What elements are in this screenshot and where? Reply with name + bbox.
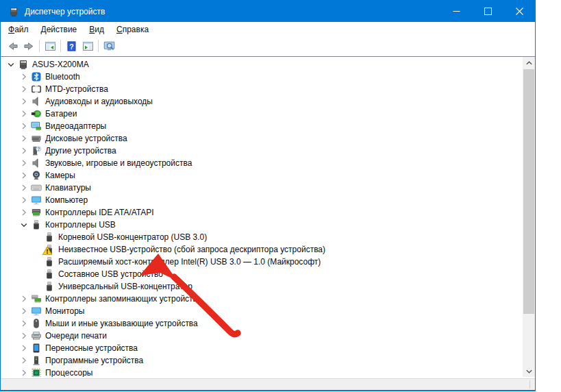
- toolbar-separator: [39, 40, 40, 52]
- tree-item[interactable]: Универсальный USB-концентратор: [1, 280, 523, 293]
- chevron-collapsed-icon[interactable]: [18, 133, 29, 144]
- menu-file[interactable]: Файл: [2, 23, 35, 36]
- chevron-collapsed-icon[interactable]: [18, 108, 29, 119]
- toolbar-button-scan-hardware[interactable]: [101, 38, 117, 53]
- svg-text:?: ?: [37, 147, 40, 151]
- toolbar-button-back[interactable]: [4, 38, 21, 53]
- menu-action[interactable]: Действие: [35, 23, 84, 36]
- tree-item[interactable]: Компьютер: [1, 194, 523, 206]
- tree-item[interactable]: ASUS-X200MA: [1, 58, 523, 71]
- tree-item[interactable]: Очереди печати: [1, 330, 523, 342]
- tree-item[interactable]: Bluetooth: [1, 71, 523, 83]
- tree-item[interactable]: Контроллеры USB: [1, 219, 523, 231]
- chevron-collapsed-icon[interactable]: [18, 343, 29, 354]
- menu-bar: ФайлДействиеВидСправка: [1, 22, 535, 36]
- tree-item[interactable]: Расширяемый хост-контроллер Intel(R) USB…: [1, 256, 523, 268]
- tree-item[interactable]: Камеры: [1, 169, 523, 182]
- usb-plug-icon: [44, 232, 55, 243]
- tree-item-label: Программные устройства: [44, 356, 145, 365]
- tree-item-label: Неизвестное USB-устройство (сбой запроса…: [57, 245, 327, 254]
- tree-item[interactable]: ?Другие устройства: [1, 145, 523, 157]
- tree-item-label: Видеоадаптеры: [44, 121, 108, 131]
- tree-item-label: Камеры: [44, 171, 77, 180]
- window-title: Диспетчер устройств: [25, 7, 105, 16]
- tree-item-label: Звуковые, игровые и видеоустройства: [44, 158, 193, 168]
- help-icon: ?: [66, 40, 77, 52]
- menu-help[interactable]: Справка: [110, 23, 155, 36]
- chevron-expanded-icon[interactable]: [5, 59, 16, 70]
- tree-item[interactable]: Батареи: [1, 108, 523, 120]
- chevron-collapsed-icon[interactable]: [18, 367, 29, 377]
- vertical-scrollbar[interactable]: [523, 57, 535, 377]
- tree-item[interactable]: Дисковые устройства: [1, 132, 523, 145]
- tree-item[interactable]: Мониторы: [1, 305, 523, 317]
- warning-icon: [42, 245, 53, 256]
- mouse-icon: [31, 318, 42, 329]
- chevron-collapsed-icon[interactable]: [18, 145, 29, 156]
- tree-item[interactable]: Аудиовходы и аудиовыходы: [1, 95, 523, 108]
- chevron-collapsed-icon[interactable]: [18, 71, 29, 82]
- maximize-button[interactable]: [472, 1, 503, 22]
- chevron-collapsed-icon[interactable]: [18, 355, 29, 366]
- chevron-collapsed-icon[interactable]: [18, 330, 29, 341]
- bluetooth-icon: [31, 71, 42, 82]
- toolbar-button-show-action-pane[interactable]: [79, 38, 96, 53]
- tree-item-label: Составное USB устройство: [57, 269, 164, 279]
- tree-item[interactable]: Мыши и иные указывающие устройства: [1, 317, 523, 330]
- tree-item[interactable]: Процессоры: [1, 367, 523, 377]
- tree-item[interactable]: MTD-устройства: [1, 83, 523, 95]
- menu-view[interactable]: Вид: [83, 23, 110, 36]
- speaker-icon: [31, 96, 42, 107]
- show-console-tree-icon: [45, 40, 56, 52]
- chevron-collapsed-icon[interactable]: [18, 207, 29, 218]
- tree-item[interactable]: Неизвестное USB-устройство (сбой запроса…: [1, 243, 523, 256]
- tree-item-label: Аудиовходы и аудиовыходы: [44, 97, 154, 106]
- chevron-expanded-icon[interactable]: [18, 219, 29, 230]
- chevron-collapsed-icon[interactable]: [18, 84, 29, 95]
- tree-item[interactable]: Контроллеры запоминающих устройств: [1, 293, 523, 305]
- maximize-icon: [484, 8, 492, 15]
- close-button[interactable]: [503, 1, 535, 22]
- title-bar[interactable]: Диспетчер устройств: [1, 1, 535, 22]
- tree-item[interactable]: Составное USB устройство: [1, 268, 523, 280]
- scroll-down-button[interactable]: [523, 365, 535, 377]
- minimize-button[interactable]: [440, 1, 472, 22]
- chevron-collapsed-icon[interactable]: [18, 195, 29, 206]
- back-icon: [7, 40, 18, 52]
- chevron-placeholder: [32, 256, 42, 267]
- chevron-collapsed-icon[interactable]: [18, 170, 29, 181]
- tree-item[interactable]: Контроллеры IDE ATA/ATAPI: [1, 206, 523, 219]
- desktop-background: Диспетчер устройств ФайлДействиеВидСправ…: [0, 0, 561, 392]
- usb-plug-icon: [44, 244, 55, 255]
- software-device-icon: [31, 355, 42, 366]
- tree-item[interactable]: Звуковые, игровые и видеоустройства: [1, 157, 523, 169]
- toolbar-button-help[interactable]: ?: [63, 38, 79, 53]
- toolbar-separator: [98, 40, 99, 52]
- scrollbar-thumb[interactable]: [523, 69, 534, 314]
- monitor-icon: [31, 306, 42, 317]
- monitor-icon: [31, 195, 42, 206]
- chevron-collapsed-icon[interactable]: [18, 121, 29, 132]
- tree-item-label: Контроллеры USB: [44, 220, 117, 230]
- battery-icon: [31, 108, 42, 119]
- tree-item[interactable]: Клавиатуры: [1, 182, 523, 194]
- toolbar-button-show-console-tree[interactable]: [42, 38, 58, 53]
- tree-item[interactable]: Переносные устройства: [1, 342, 523, 354]
- chevron-collapsed-icon[interactable]: [18, 293, 29, 304]
- usb-plug-icon: [44, 281, 55, 292]
- chevron-collapsed-icon[interactable]: [18, 158, 29, 169]
- usb-plug-icon: [31, 219, 42, 230]
- tree-item[interactable]: Видеоадаптеры: [1, 120, 523, 132]
- chevron-collapsed-icon[interactable]: [18, 96, 29, 107]
- chevron-placeholder: [32, 269, 42, 280]
- chevron-collapsed-icon[interactable]: [18, 182, 29, 193]
- toolbar-button-forward[interactable]: [21, 38, 37, 53]
- tree-item[interactable]: Программные устройства: [1, 354, 523, 367]
- chevron-collapsed-icon[interactable]: [18, 306, 29, 317]
- device-tree[interactable]: ASUS-X200MABluetoothMTD-устройстваАудиов…: [1, 58, 523, 377]
- chevron-collapsed-icon[interactable]: [18, 318, 29, 329]
- tree-item-label: Процессоры: [44, 368, 95, 377]
- tree-item[interactable]: Корневой USB-концентратор (USB 3.0): [1, 231, 523, 243]
- minimize-icon: [453, 8, 460, 15]
- scroll-up-button[interactable]: [523, 57, 535, 69]
